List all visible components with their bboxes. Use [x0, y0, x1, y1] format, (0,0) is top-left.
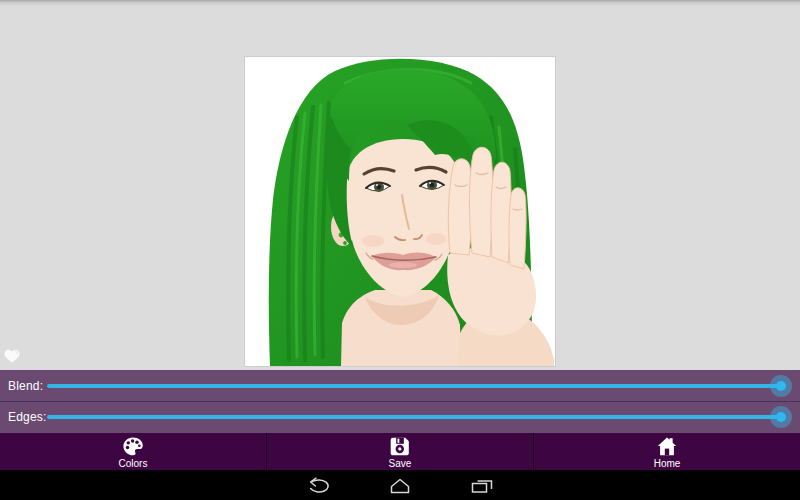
- back-icon: [305, 477, 331, 494]
- home-button-label: Home: [654, 459, 681, 469]
- blend-label: Blend:: [8, 379, 43, 393]
- edges-label: Edges:: [8, 410, 47, 424]
- save-button-label: Save: [389, 459, 412, 469]
- heart-icon: [3, 347, 21, 365]
- adjustment-panel: Blend: Edges:: [0, 370, 800, 433]
- blend-slider-thumb[interactable]: [770, 375, 792, 397]
- colors-button-label: Colors: [119, 459, 148, 469]
- home-button[interactable]: Home: [533, 433, 800, 470]
- colors-button[interactable]: Colors: [0, 433, 266, 470]
- recents-icon: [470, 477, 494, 494]
- nav-recents-button[interactable]: [469, 477, 495, 494]
- blend-slider[interactable]: [47, 370, 781, 401]
- bottom-toolbar: Colors Save Home: [0, 433, 800, 470]
- edges-slider[interactable]: [47, 402, 781, 432]
- android-navbar: [0, 470, 800, 500]
- palette-icon: [121, 435, 145, 458]
- edges-slider-row: Edges:: [0, 402, 800, 432]
- blend-slider-row: Blend:: [0, 370, 800, 402]
- nav-home-button[interactable]: [387, 477, 413, 494]
- top-edge-shadow: [0, 0, 800, 6]
- save-button[interactable]: Save: [266, 433, 533, 470]
- edges-slider-thumb[interactable]: [770, 406, 792, 428]
- photo-canvas[interactable]: [245, 57, 555, 366]
- save-icon: [388, 435, 412, 458]
- blend-slider-track[interactable]: [47, 384, 781, 388]
- home-icon: [389, 477, 411, 494]
- edges-slider-track[interactable]: [47, 415, 781, 419]
- home-icon: [655, 435, 679, 458]
- favorite-button[interactable]: [3, 347, 21, 365]
- portrait-photo: [245, 57, 555, 366]
- app-screen: Blend: Edges:: [0, 0, 800, 500]
- nav-back-button[interactable]: [305, 477, 331, 494]
